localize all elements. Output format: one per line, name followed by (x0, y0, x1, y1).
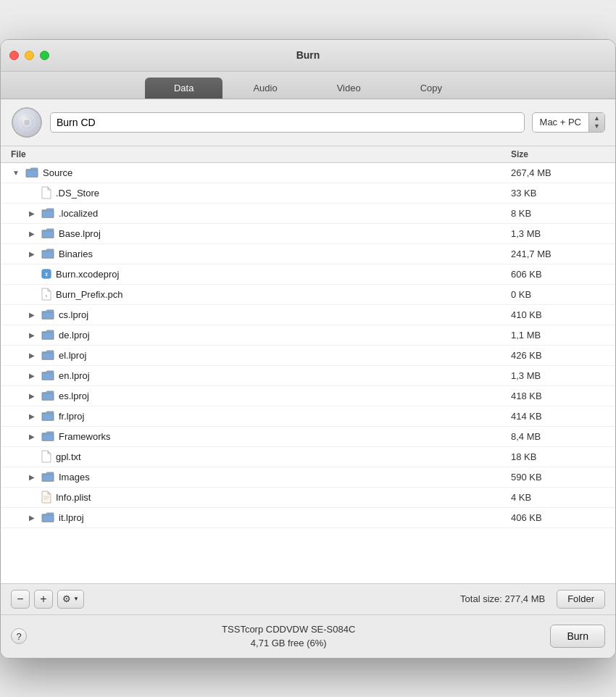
burn-button[interactable]: Burn (550, 625, 605, 648)
expand-icon[interactable]: ▶ (27, 309, 37, 320)
file-name-cell: X Burn.xcodeproj (11, 267, 511, 280)
format-arrow-up: ▲ (594, 115, 600, 122)
device-info: TSSTcorp CDDVDW SE-S084C 4,71 GB free (6… (27, 622, 550, 651)
expand-icon[interactable]: ▶ (27, 370, 37, 380)
file-size: 414 KB (511, 411, 605, 422)
table-row[interactable]: ▶ Images 590 KB (1, 467, 615, 488)
help-button[interactable]: ? (11, 628, 27, 644)
table-row[interactable]: ▶ en.lproj 1,3 MB (1, 366, 615, 386)
expand-icon[interactable]: ▶ (27, 350, 37, 360)
table-row[interactable]: ▶ fr.lproj 414 KB (1, 406, 615, 427)
file-name-cell: ▶ Binaries (11, 249, 511, 259)
file-h-icon: h (41, 288, 51, 301)
folder-icon (41, 350, 54, 360)
table-row[interactable]: ▶ Frameworks 8,4 MB (1, 427, 615, 447)
total-size-label: Total size: 277,4 MB (88, 593, 552, 604)
file-size: 8 KB (511, 208, 605, 219)
table-row[interactable]: .DS_Store 33 KB (1, 183, 615, 204)
file-plist-icon (41, 491, 51, 504)
device-free: 4,71 GB free (6%) (27, 636, 550, 651)
folder-icon (41, 370, 54, 380)
toolbar: Mac + PC ▲ ▼ (1, 99, 615, 146)
expand-icon[interactable]: ▼ (11, 167, 21, 178)
expand-icon[interactable]: ▶ (27, 228, 37, 238)
table-row[interactable]: ▶ es.lproj 418 KB (1, 386, 615, 406)
remove-button[interactable]: − (11, 590, 30, 609)
folder-icon (41, 411, 54, 421)
table-row[interactable]: ▶ Base.lproj 1,3 MB (1, 224, 615, 244)
file-name-cell: ▶ el.lproj (11, 350, 511, 361)
file-name: Binaries (59, 249, 93, 259)
file-name-cell: ▶ de.lproj (11, 330, 511, 341)
folder-icon (41, 228, 54, 238)
file-name: gpl.txt (56, 451, 81, 462)
file-size: 590 KB (511, 472, 605, 483)
table-row[interactable]: ▶ el.lproj 426 KB (1, 346, 615, 366)
table-row[interactable]: ▶ de.lproj 1,1 MB (1, 325, 615, 346)
burn-name-input[interactable] (50, 112, 525, 133)
folder-button[interactable]: Folder (557, 590, 605, 609)
table-row[interactable]: X Burn.xcodeproj 606 KB (1, 264, 615, 285)
expand-icon[interactable]: ▶ (27, 512, 37, 522)
format-arrow[interactable]: ▲ ▼ (588, 112, 604, 133)
gear-icon: ⚙ (62, 593, 71, 604)
file-name-cell: ▶ es.lproj (11, 391, 511, 401)
status-bar: ? TSSTcorp CDDVDW SE-S084C 4,71 GB free … (1, 614, 615, 658)
file-name: Source (43, 167, 72, 178)
file-size: 410 KB (511, 309, 605, 320)
expand-icon[interactable]: ▶ (27, 391, 37, 401)
file-size: 33 KB (511, 188, 605, 199)
tab-audio[interactable]: Audio (224, 78, 306, 99)
table-row[interactable]: Info.plist 4 KB (1, 488, 615, 508)
disc-icon (11, 107, 43, 138)
maximize-button[interactable] (40, 51, 49, 60)
add-button[interactable]: + (34, 590, 53, 609)
tab-copy[interactable]: Copy (391, 78, 471, 99)
file-size: 406 KB (511, 512, 605, 523)
folder-icon (25, 167, 38, 178)
folder-icon (41, 472, 54, 482)
folder-icon (41, 431, 54, 441)
tabbar: Data Audio Video Copy (1, 72, 615, 99)
minimize-button[interactable] (25, 51, 34, 60)
tab-video[interactable]: Video (308, 78, 390, 99)
folder-icon (41, 330, 54, 340)
table-row[interactable]: ▶ cs.lproj 410 KB (1, 305, 615, 325)
file-name-cell: ▼ Source (11, 167, 511, 178)
file-size: 4 KB (511, 492, 605, 503)
file-size: 0 KB (511, 289, 605, 300)
expand-icon[interactable]: ▶ (27, 411, 37, 421)
folder-icon (41, 391, 54, 401)
table-row[interactable]: ▶ it.lproj 406 KB (1, 508, 615, 528)
file-name-cell: ▶ cs.lproj (11, 309, 511, 320)
folder-icon (41, 512, 54, 522)
gear-button[interactable]: ⚙ ▼ (57, 590, 84, 609)
close-button[interactable] (9, 51, 19, 60)
file-name: Frameworks (59, 431, 111, 442)
format-select[interactable]: Mac + PC ▲ ▼ (532, 112, 605, 133)
bottom-bar: − + ⚙ ▼ Total size: 277,4 MB Folder (1, 583, 615, 614)
file-size: 241,7 MB (511, 249, 605, 259)
file-xcode-icon: X (41, 267, 51, 280)
expand-icon[interactable]: ▶ (27, 431, 37, 441)
expand-icon[interactable]: ▶ (27, 249, 37, 259)
table-row[interactable]: h Burn_Prefix.pch 0 KB (1, 285, 615, 305)
table-row[interactable]: ▶ .localized 8 KB (1, 204, 615, 224)
file-name: Images (59, 472, 90, 483)
expand-icon[interactable]: ▶ (27, 330, 37, 340)
expand-icon[interactable]: ▶ (27, 472, 37, 482)
file-name: el.lproj (59, 350, 86, 361)
tab-data[interactable]: Data (145, 78, 222, 99)
table-row[interactable]: ▶ Binaries 241,7 MB (1, 244, 615, 264)
expand-icon[interactable]: ▶ (27, 208, 37, 218)
titlebar: Burn (1, 40, 615, 72)
device-name: TSSTcorp CDDVDW SE-S084C (27, 622, 550, 637)
table-row[interactable]: ▼ Source 267,4 MB (1, 163, 615, 183)
col-header-file: File (11, 149, 511, 159)
folder-icon (41, 208, 54, 218)
format-label: Mac + PC (533, 117, 588, 128)
folder-icon (41, 309, 54, 320)
table-row[interactable]: gpl.txt 18 KB (1, 447, 615, 467)
file-name-cell: ▶ it.lproj (11, 512, 511, 523)
file-list[interactable]: ▼ Source 267,4 MB .DS_Store 33 KB ▶ (1, 163, 615, 583)
